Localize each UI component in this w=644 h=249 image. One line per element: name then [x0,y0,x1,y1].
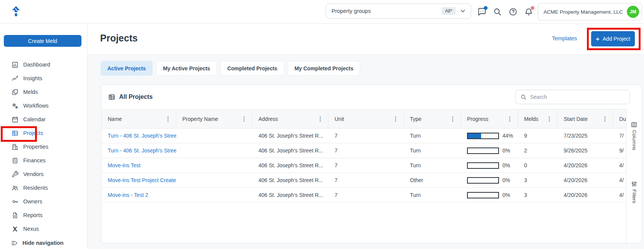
chevron-down-icon [459,8,466,14]
project-link[interactable]: Turn - 406 St. Joseph's Street [108,133,176,139]
column-header-melds[interactable]: Melds⋮ [518,109,558,128]
projects-icon [11,130,19,137]
hide-navigation-button[interactable]: Hide navigation [0,237,87,249]
vendors-icon [11,171,19,178]
column-menu-icon[interactable]: ⋮ [317,116,323,122]
workflows-icon [11,102,19,109]
sidebar-item-projects[interactable]: Projects [0,126,87,140]
all-projects-panel: All Projects Name⋮ Property Name⋮ Addres… [101,84,642,243]
dashboard-icon [11,61,19,68]
project-link[interactable]: Move-ins Test [108,162,140,168]
column-header-start-date[interactable]: Start Date⋮ [558,109,613,128]
sidebar-item-melds[interactable]: Melds [0,85,87,99]
sidebar-item-workflows[interactable]: Workflows [0,99,87,113]
collapse-sidebar-icon [11,239,18,247]
project-tabs: Active Projects My Active Projects Compl… [100,61,360,76]
progress-cell: 0% [461,177,518,184]
column-menu-icon[interactable]: ⋮ [547,116,552,122]
sidebar-item-residents[interactable]: Residents [0,181,87,195]
table-search [515,90,630,104]
column-menu-icon[interactable]: ⋮ [165,116,171,122]
progress-bar [467,177,499,184]
filters-icon [631,181,638,187]
property-groups-badge: All* [442,7,456,15]
tab-active-projects[interactable]: Active Projects [100,61,153,76]
filters-button[interactable]: Filters [626,181,642,203]
table-row: Move-ins Test Project Create 406 St. Jos… [102,173,626,188]
sidebar-item-reports[interactable]: Reports [0,208,87,222]
property-groups-label: Property groups [332,8,442,14]
chat-icon[interactable] [477,7,486,16]
chat-unread-badge [484,6,488,10]
progress-cell: 44% [461,133,518,139]
sidebar-item-owners[interactable]: Owners [0,195,87,208]
tab-my-active-projects[interactable]: My Active Projects [156,61,217,76]
column-header-name[interactable]: Name⋮ [102,109,176,128]
project-link[interactable]: Move-ins - Test 2 [108,192,148,198]
sidebar-item-calendar[interactable]: Calendar [0,113,87,126]
project-link[interactable]: Move-ins Test Project Create [108,177,176,183]
melds-icon [11,89,19,96]
column-header-progress[interactable]: Progress⋮ [461,109,518,128]
column-header-property-name[interactable]: Property Name⋮ [176,109,252,128]
column-menu-icon[interactable]: ⋮ [450,116,456,122]
sidebar: Create Meld Dashboard Insights Melds Wor… [0,24,88,249]
account-switcher[interactable]: ACME Property Management, LLC JM [538,3,642,21]
column-header-unit[interactable]: Unit⋮ [328,109,404,128]
table-row: Move-ins Test 406 St. Joseph's Street R.… [102,158,626,173]
nexus-icon [11,225,19,233]
search-input[interactable] [530,94,618,100]
topbar: Property groups All* [0,0,644,24]
notifications-bell-icon[interactable] [524,7,533,16]
properties-icon [11,143,19,151]
sidebar-item-vendors[interactable]: Vendors [0,167,87,181]
insights-icon [11,75,19,82]
column-menu-icon[interactable]: ⋮ [602,116,608,122]
sidebar-item-finances[interactable]: Finances [0,154,87,167]
progress-bar [467,133,499,139]
page-title: Projects [100,33,138,44]
residents-icon [11,184,19,192]
columns-icon [631,121,638,128]
sidebar-item-properties[interactable]: Properties [0,140,87,154]
table-side-toolbar: Columns Filters [626,109,642,243]
sidebar-item-nexus[interactable]: Nexus [0,222,87,236]
calendar-icon [11,116,19,123]
column-header-due-date[interactable]: Du [613,109,626,128]
templates-link[interactable]: Templates [552,35,577,41]
sidebar-item-dashboard[interactable]: Dashboard [0,58,87,71]
notification-badge [531,6,534,10]
table-row: Move-ins - Test 2 406 St. Joseph's Stree… [102,188,626,203]
column-menu-icon[interactable]: ⋮ [393,116,399,122]
add-project-button[interactable]: + Add Project [591,31,635,46]
progress-bar [467,162,499,169]
help-icon[interactable] [509,7,518,16]
project-link[interactable]: Turn - 406 St. Joseph's Street [108,147,176,154]
account-name: ACME Property Management, LLC [544,9,627,15]
progress-cell: 0% [461,147,518,154]
column-header-type[interactable]: Type⋮ [404,109,461,128]
grid-icon [108,94,115,101]
property-meld-logo-icon[interactable] [11,6,21,18]
columns-button[interactable]: Columns [626,121,642,150]
create-meld-button[interactable]: Create Meld [4,35,81,47]
table-row: Turn - 406 St. Joseph's Street 406 St. J… [102,143,626,158]
tab-my-completed-projects[interactable]: My Completed Projects [288,61,360,76]
search-icon[interactable] [493,7,502,16]
content-area: Active Projects My Active Projects Compl… [88,55,644,249]
property-groups-select[interactable]: Property groups All* [326,3,471,19]
column-menu-icon[interactable]: ⋮ [241,116,247,122]
plus-icon: + [596,36,599,42]
search-input-icon [520,94,527,100]
panel-title: All Projects [119,94,153,100]
tab-completed-projects[interactable]: Completed Projects [220,61,284,76]
sidebar-item-insights[interactable]: Insights [0,71,87,85]
avatar[interactable]: JM [627,6,639,18]
table-header-row: Name⋮ Property Name⋮ Address⋮ Unit⋮ Type… [102,109,626,128]
owners-icon [11,198,19,205]
table-row: Turn - 406 St. Joseph's Street 406 St. J… [102,128,626,143]
column-header-address[interactable]: Address⋮ [252,109,328,128]
finances-icon [11,157,19,164]
progress-cell: 0% [461,192,518,198]
column-menu-icon[interactable]: ⋮ [507,116,513,122]
